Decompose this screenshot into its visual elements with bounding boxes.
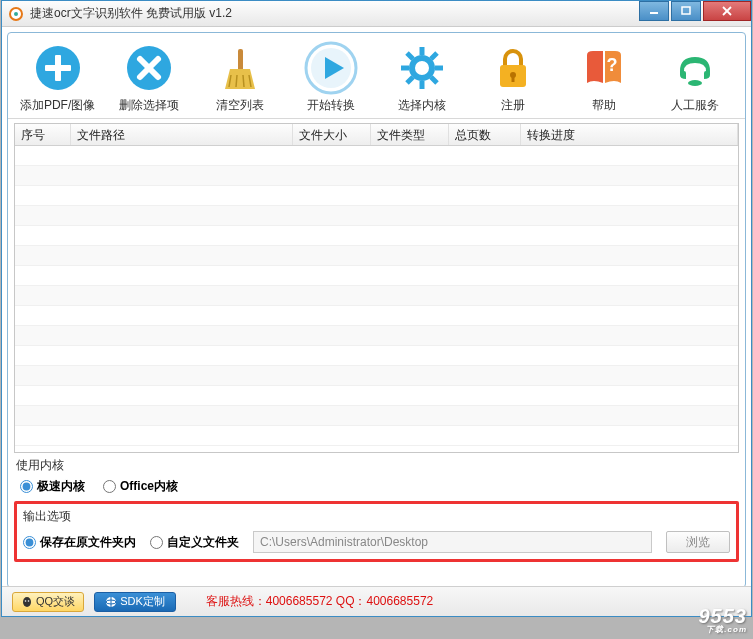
broom-icon [213,41,267,95]
titlebar: 捷速ocr文字识别软件 免费试用版 v1.2 [2,1,751,27]
svg-rect-31 [512,76,515,82]
table-row [15,246,738,266]
table-row [15,146,738,166]
kernel-fast-radio[interactable]: 极速内核 [20,478,85,495]
col-pages[interactable]: 总页数 [449,124,521,145]
table-row [15,426,738,446]
file-table: 序号 文件路径 文件大小 文件类型 总页数 转换进度 [14,123,739,453]
phone-icon [668,41,722,95]
output-title: 输出选项 [23,508,732,525]
sdk-button[interactable]: SDK定制 [94,592,176,612]
col-progress[interactable]: 转换进度 [521,124,738,145]
svg-rect-2 [650,12,658,14]
svg-point-34 [23,597,31,607]
col-size[interactable]: 文件大小 [293,124,371,145]
svg-rect-3 [682,7,690,14]
browse-button[interactable]: 浏览 [666,531,730,553]
table-row [15,326,738,346]
table-row [15,226,738,246]
app-window: 捷速ocr文字识别软件 免费试用版 v1.2 添加PDF/图像 删除选择项 清空… [1,0,752,617]
add-button[interactable]: 添加PDF/图像 [12,39,103,116]
table-row [15,266,738,286]
qq-icon [21,596,33,608]
close-button[interactable] [703,1,751,21]
svg-point-1 [14,12,18,16]
table-body [15,146,738,452]
svg-line-28 [407,77,413,83]
toolbar: 添加PDF/图像 删除选择项 清空列表 开始转换 选择内核 注册 [8,33,745,119]
svg-line-25 [407,53,413,59]
table-row [15,206,738,226]
table-row [15,366,738,386]
svg-text:?: ? [607,55,618,75]
kernel-section: 使用内核 极速内核 Office内核 [16,457,737,501]
svg-line-15 [243,75,244,87]
kernel-button[interactable]: 选择内核 [377,39,468,116]
svg-point-20 [412,58,432,78]
maximize-button[interactable] [671,1,701,21]
col-type[interactable]: 文件类型 [371,124,449,145]
play-icon [304,41,358,95]
col-path[interactable]: 文件路径 [71,124,293,145]
table-row [15,286,738,306]
add-icon [31,41,85,95]
table-row [15,306,738,326]
svg-line-26 [431,77,437,83]
globe-icon [105,596,117,608]
svg-rect-8 [45,65,71,71]
svg-line-14 [236,75,237,87]
start-button[interactable]: 开始转换 [285,39,376,116]
table-row [15,406,738,426]
clear-button[interactable]: 清空列表 [194,39,285,116]
table-header: 序号 文件路径 文件大小 文件类型 总页数 转换进度 [15,124,738,146]
kernel-office-radio[interactable]: Office内核 [103,478,178,495]
output-custom-radio[interactable]: 自定义文件夹 [150,534,239,551]
gear-icon [395,41,449,95]
help-icon: ? [577,41,631,95]
watermark: 9553下载.com [699,605,748,635]
kernel-title: 使用内核 [16,457,737,474]
col-seq[interactable]: 序号 [15,124,71,145]
svg-point-35 [25,600,27,602]
output-section: 输出选项 保存在原文件夹内 自定义文件夹 浏览 [14,501,739,562]
qq-chat-button[interactable]: QQ交谈 [12,592,84,612]
main-panel: 添加PDF/图像 删除选择项 清空列表 开始转换 选择内核 注册 [7,32,746,588]
table-row [15,166,738,186]
svg-point-36 [28,600,30,602]
svg-point-33 [688,80,702,86]
table-row [15,346,738,366]
output-original-radio[interactable]: 保存在原文件夹内 [23,534,136,551]
svg-rect-12 [238,49,243,71]
svg-line-27 [431,53,437,59]
table-row [15,186,738,206]
service-button[interactable]: 人工服务 [650,39,741,116]
table-row [15,386,738,406]
delete-button[interactable]: 删除选择项 [103,39,194,116]
hotline-text: 客服热线：4006685572 QQ：4006685572 [206,593,433,610]
delete-icon [122,41,176,95]
register-button[interactable]: 注册 [468,39,559,116]
footer: QQ交谈 SDK定制 客服热线：4006685572 QQ：4006685572 [2,586,751,616]
minimize-button[interactable] [639,1,669,21]
app-icon [8,6,24,22]
window-title: 捷速ocr文字识别软件 免费试用版 v1.2 [30,5,639,22]
lock-icon [486,41,540,95]
help-button[interactable]: ? 帮助 [559,39,650,116]
output-path-input[interactable] [253,531,652,553]
